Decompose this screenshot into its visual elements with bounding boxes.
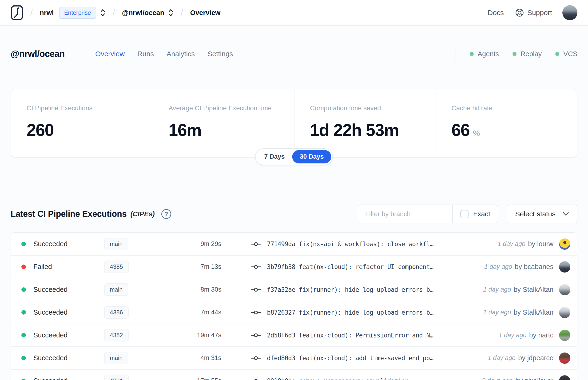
- status-label: Succeeded: [33, 308, 68, 316]
- commit-cell: 771499da fix(nx-api & workflows): close …: [251, 241, 437, 247]
- branch-badge: main: [104, 352, 128, 364]
- status-dot: [21, 379, 26, 380]
- breadcrumb-separator: /: [30, 8, 33, 18]
- org-switcher-button[interactable]: [100, 8, 106, 17]
- git-commit-icon: [251, 287, 261, 293]
- chevron-up-down-icon: [168, 8, 173, 17]
- duration-label: 8m 30s: [182, 286, 221, 293]
- branch-cell: 4382: [104, 329, 182, 342]
- time-ago-label: 1 day ago: [488, 354, 515, 362]
- row-avatar: [559, 353, 570, 364]
- stat-value: 260: [27, 120, 137, 140]
- cipe-row[interactable]: Failed 4385 7m 13s 3b79fb38 feat(nx-clou…: [11, 256, 577, 278]
- tab-runs[interactable]: Runs: [137, 50, 154, 58]
- author-label: by lourw: [528, 240, 553, 248]
- duration-label: 7m 44s: [182, 309, 221, 316]
- tab-overview[interactable]: Overview: [95, 50, 125, 58]
- breadcrumb-workspace[interactable]: @nrwl/ocean: [122, 9, 164, 17]
- cipe-table-body: Succeeded main 9m 29s 771499da fix(nx-ap…: [11, 233, 577, 380]
- commit-message: 771499da fix(nx-api & workflows): close …: [267, 241, 434, 247]
- select-status-button[interactable]: Select status: [507, 205, 577, 223]
- branch-cell: 4386: [104, 306, 182, 319]
- nx-cloud-logo[interactable]: [11, 5, 23, 20]
- stat-label: Cache hit rate: [452, 104, 562, 112]
- cipe-row[interactable]: Succeeded 4382 19m 47s 2d58f6d3 feat(nx-…: [11, 324, 577, 347]
- git-commit-icon: [251, 241, 261, 247]
- nx-cloud-logo-icon: [11, 5, 23, 20]
- cipe-row[interactable]: Succeeded main 4m 31s dfed80d3 feat(nx-c…: [11, 347, 577, 370]
- period-30-days-button[interactable]: 30 Days: [292, 150, 331, 163]
- cipe-row[interactable]: Succeeded main 8m 30s f37a32ae fix(runne…: [11, 278, 577, 301]
- meta-cell: 2 days ago by nixallover: [482, 375, 570, 380]
- status-label: Succeeded: [33, 354, 68, 362]
- exact-checkbox[interactable]: [460, 210, 469, 218]
- exact-filter: Exact: [452, 205, 498, 223]
- cipe-row[interactable]: Succeeded 4381 17m 55s 0918b0be remove u…: [11, 370, 577, 380]
- stat-value: 16m: [169, 120, 279, 140]
- status-dot: [21, 265, 26, 269]
- commit-cell: f37a32ae fix(runner): hide log upload er…: [251, 286, 437, 293]
- workspace-switcher-button[interactable]: [168, 8, 173, 17]
- cipes-title-suffix: (CIPEs): [130, 210, 154, 218]
- agents-link[interactable]: Agents: [470, 50, 499, 58]
- branch-cell: main: [104, 352, 182, 364]
- status-dot-icon: [555, 52, 559, 56]
- select-status-label: Select status: [515, 210, 555, 218]
- support-label: Support: [527, 9, 552, 17]
- branch-filter-input[interactable]: [358, 205, 452, 223]
- breadcrumb-org[interactable]: nrwl: [40, 9, 54, 17]
- commit-cell: dfed80d3 feat(nx-cloud): add time-saved …: [251, 355, 437, 362]
- author-label: by nixallover: [515, 377, 553, 380]
- tab-analytics[interactable]: Analytics: [167, 50, 195, 58]
- status-dot: [21, 356, 26, 360]
- cipes-title: Latest CI Pipeline Executions: [11, 209, 127, 219]
- vcs-label: VCS: [563, 50, 577, 58]
- meta-cell: 1 day ago by StalkAltan: [483, 284, 570, 295]
- status-label: Succeeded: [33, 377, 68, 380]
- meta-cell: 1 day ago by bcabanes: [484, 261, 570, 272]
- time-ago-label: 1 day ago: [483, 309, 511, 316]
- branch-badge: 4381: [104, 375, 129, 380]
- status-dot-icon: [470, 52, 474, 56]
- vcs-link[interactable]: VCS: [555, 50, 577, 58]
- period-toggle: 7 Days 30 Days: [255, 148, 333, 165]
- commit-message: dfed80d3 feat(nx-cloud): add time-saved …: [267, 355, 434, 362]
- commit-message: 0918b0be remove unnecessary invalidation: [267, 378, 409, 380]
- status-cell: Succeeded: [21, 331, 104, 339]
- duration-label: 17m 55s: [182, 377, 221, 380]
- divider: [455, 47, 456, 61]
- period-7-days-button[interactable]: 7 Days: [257, 150, 292, 163]
- support-link[interactable]: Support: [515, 8, 552, 17]
- branch-badge: main: [104, 238, 128, 250]
- stat-value-number: 66: [452, 120, 470, 140]
- tab-settings[interactable]: Settings: [208, 50, 233, 58]
- time-ago-label: 1 day ago: [497, 240, 525, 247]
- time-ago-label: 2 days ago: [482, 377, 513, 380]
- commit-message: 2d58f6d3 feat(nx-cloud): PermissionError…: [267, 332, 434, 339]
- user-avatar[interactable]: [562, 5, 577, 20]
- life-buoy-icon: [515, 8, 524, 17]
- breadcrumb-separator: /: [181, 8, 183, 18]
- docs-link[interactable]: Docs: [488, 9, 504, 17]
- commit-cell: 2d58f6d3 feat(nx-cloud): PermissionError…: [251, 332, 437, 339]
- cipe-table: Succeeded main 9m 29s 771499da fix(nx-ap…: [11, 232, 577, 380]
- stat-card-cache-hit: Cache hit rate 66 %: [436, 89, 577, 157]
- replay-link[interactable]: Replay: [512, 50, 542, 58]
- status-cell: Succeeded: [21, 286, 104, 293]
- author-label: by bcabanes: [515, 263, 553, 271]
- git-commit-icon: [251, 378, 261, 380]
- cipe-row[interactable]: Succeeded main 9m 29s 771499da fix(nx-ap…: [11, 233, 577, 256]
- stat-label: Average CI Pipeline Execution time: [169, 104, 279, 112]
- branch-filter-group: Exact: [358, 205, 498, 223]
- org-plan-badge: Enterprise: [59, 7, 96, 19]
- status-label: Succeeded: [33, 240, 68, 248]
- time-ago-label: 1 day ago: [483, 286, 511, 293]
- help-icon[interactable]: ?: [161, 209, 171, 219]
- stat-value-suffix: %: [473, 129, 480, 138]
- status-label: Succeeded: [33, 286, 68, 293]
- cipe-row[interactable]: Succeeded 4386 7m 44s b8726327 fix(runne…: [11, 301, 577, 324]
- status-dot: [21, 310, 26, 315]
- duration-label: 4m 31s: [182, 354, 221, 362]
- chevron-down-icon: [563, 212, 569, 216]
- stat-card-avg-time: Average CI Pipeline Execution time 16m: [153, 89, 294, 157]
